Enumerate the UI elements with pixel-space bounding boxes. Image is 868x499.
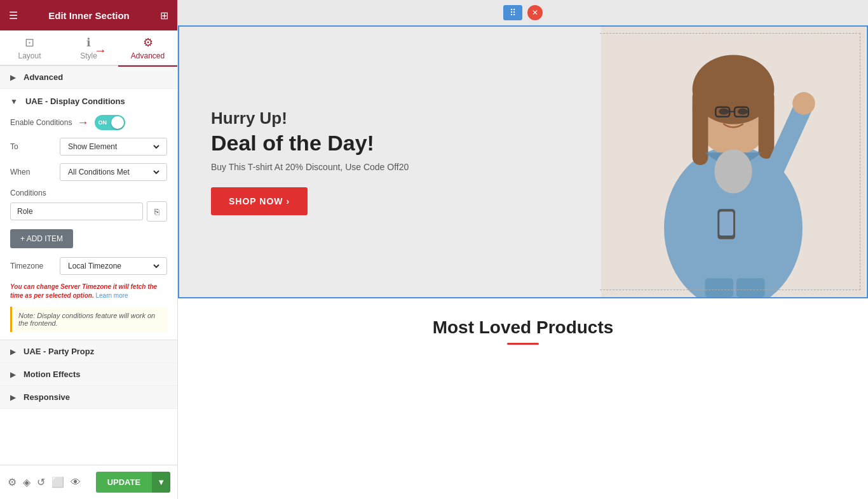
when-row: When All Conditions Met Any Condition Me… <box>10 163 167 181</box>
banner-image-side <box>600 27 867 297</box>
toggle-wrapper: → ON <box>77 115 125 130</box>
dc-header[interactable]: ▼ UAE - Display Conditions <box>10 96 167 106</box>
note-text: Note: Display conditions feature will wo… <box>18 312 155 327</box>
to-select[interactable]: Show Element Hide Element <box>60 138 167 156</box>
timezone-field-row: Timezone Local Timezone Server Timezone <box>10 257 167 275</box>
party-propz-row[interactable]: ▶ UAE - Party Propz <box>0 340 177 363</box>
close-button[interactable]: ✕ <box>527 5 543 20</box>
left-panel: ☰ Edit Inner Section ⊞ ⊡ Layout ℹ Style … <box>0 0 178 499</box>
learn-more-link[interactable]: Learn more <box>95 292 128 299</box>
when-label: When <box>10 168 55 176</box>
responsive-icon[interactable]: ⬜ <box>51 476 64 488</box>
update-btn-group: UPDATE ▼ <box>96 472 170 493</box>
enable-conditions-row: Enable Conditions → ON <box>10 115 167 130</box>
bottom-toolbar: ⚙ ◈ ↺ ⬜ 👁 UPDATE ▼ <box>0 465 178 499</box>
banner-text-side: Hurry Up! Deal of the Day! Buy This T-sh… <box>179 83 600 241</box>
advanced-section-label: Advanced <box>24 72 63 82</box>
note-box: Note: Display conditions feature will wo… <box>10 307 167 332</box>
content-topbar: ⠿ ✕ <box>178 0 868 25</box>
svg-point-12 <box>792 92 815 115</box>
settings-icon[interactable]: ⚙ <box>8 476 17 488</box>
conditions-label: Conditions <box>10 189 167 197</box>
svg-point-7 <box>738 109 748 115</box>
svg-rect-4 <box>693 90 709 165</box>
display-conditions-section: ▼ UAE - Display Conditions Enable Condit… <box>0 89 177 340</box>
timezone-help: You can change Server Timezone it will f… <box>10 283 167 300</box>
style-icon: ℹ <box>86 36 91 50</box>
woman-illustration <box>600 27 867 297</box>
eye-icon[interactable]: 👁 <box>71 477 81 488</box>
banner-content: Hurry Up! Deal of the Day! Buy This T-sh… <box>179 27 867 297</box>
party-propz-chevron: ▶ <box>10 347 16 356</box>
update-button[interactable]: UPDATE <box>96 472 152 493</box>
motion-effects-chevron: ▶ <box>10 370 16 379</box>
update-arrow-button[interactable]: ▼ <box>152 472 170 493</box>
products-underline <box>507 343 539 345</box>
add-item-label: + ADD ITEM <box>20 234 63 243</box>
hamburger-icon[interactable]: ☰ <box>9 10 18 22</box>
to-dropdown[interactable]: Show Element Hide Element <box>65 142 161 152</box>
advanced-section-row[interactable]: ▶ Advanced <box>0 66 177 89</box>
when-dropdown[interactable]: All Conditions Met Any Condition Met <box>65 167 161 177</box>
tab-advanced-label: Advanced <box>131 51 165 60</box>
svg-rect-5 <box>759 90 775 159</box>
responsive-label: Responsive <box>24 392 70 402</box>
svg-rect-15 <box>719 211 733 236</box>
responsive-chevron: ▶ <box>10 393 16 402</box>
timezone-dropdown[interactable]: Local Timezone Server Timezone <box>65 261 161 271</box>
drag-handle[interactable]: ⠿ <box>503 5 522 20</box>
right-content: ⠿ ✕ Hurry Up! Deal of the Day! Buy This … <box>178 0 868 499</box>
to-row: To Show Element Hide Element <box>10 138 167 156</box>
toggle-knob <box>111 116 124 129</box>
banner-deal-text: Deal of the Day! <box>211 131 568 156</box>
panel-content: ▶ Advanced ▼ UAE - Display Conditions En… <box>0 66 177 499</box>
timezone-label: Timezone <box>10 262 55 270</box>
panel-tabs: ⊡ Layout ℹ Style ⚙ Advanced → <box>0 30 177 66</box>
svg-rect-18 <box>736 278 765 297</box>
dc-header-label: UAE - Display Conditions <box>25 96 125 106</box>
grid-icon[interactable]: ⊞ <box>160 10 168 22</box>
banner-area: Hurry Up! Deal of the Day! Buy This T-sh… <box>178 25 868 298</box>
banner-hurry-text: Hurry Up! <box>211 109 568 128</box>
advanced-chevron-icon: ▶ <box>10 73 16 82</box>
dc-chevron-icon: ▼ <box>10 97 18 106</box>
timezone-select[interactable]: Local Timezone Server Timezone <box>60 257 167 275</box>
panel-header: ☰ Edit Inner Section ⊞ <box>0 0 177 30</box>
shop-now-button[interactable]: SHOP NOW › <box>211 187 308 215</box>
svg-point-6 <box>719 109 729 115</box>
tab-advanced[interactable]: ⚙ Advanced <box>118 30 177 67</box>
enable-arrow-icon: → <box>77 116 88 130</box>
toggle-on-label: ON <box>98 119 107 126</box>
condition-input-row: ⎘ <box>10 201 167 222</box>
motion-effects-label: Motion Effects <box>24 369 81 379</box>
enable-conditions-toggle[interactable]: ON <box>95 115 125 130</box>
timezone-row: Timezone Local Timezone Server Timezone … <box>10 257 167 300</box>
panel-title: Edit Inner Section <box>48 10 130 21</box>
products-section: Most Loved Products <box>178 298 868 499</box>
party-propz-label: UAE - Party Propz <box>24 347 94 356</box>
to-label: To <box>10 142 55 151</box>
svg-rect-17 <box>705 278 733 297</box>
banner-subtitle: Buy This T-shirt At 20% Discount, Use Co… <box>211 162 568 172</box>
motion-effects-row[interactable]: ▶ Motion Effects <box>0 363 177 386</box>
add-item-button[interactable]: + ADD ITEM <box>10 229 73 248</box>
svg-point-16 <box>714 149 752 193</box>
layers-icon[interactable]: ◈ <box>23 476 31 488</box>
conditions-section: Conditions ⎘ <box>10 189 167 222</box>
tab-layout[interactable]: ⊡ Layout <box>0 30 59 65</box>
responsive-row[interactable]: ▶ Responsive <box>0 386 177 409</box>
advanced-icon: ⚙ <box>143 36 153 50</box>
toolbar-icons: ⚙ ◈ ↺ ⬜ 👁 <box>8 476 81 488</box>
tab-style[interactable]: ℹ Style <box>59 30 118 65</box>
products-title: Most Loved Products <box>433 317 614 338</box>
enable-conditions-label: Enable Conditions <box>10 118 72 127</box>
copy-button[interactable]: ⎘ <box>147 201 167 222</box>
when-select[interactable]: All Conditions Met Any Condition Met <box>60 163 167 181</box>
condition-input[interactable] <box>10 203 143 220</box>
history-icon[interactable]: ↺ <box>37 476 45 488</box>
tab-arrow-indicator: → <box>94 43 107 58</box>
tab-layout-label: Layout <box>18 51 41 60</box>
layout-icon: ⊡ <box>25 36 34 50</box>
